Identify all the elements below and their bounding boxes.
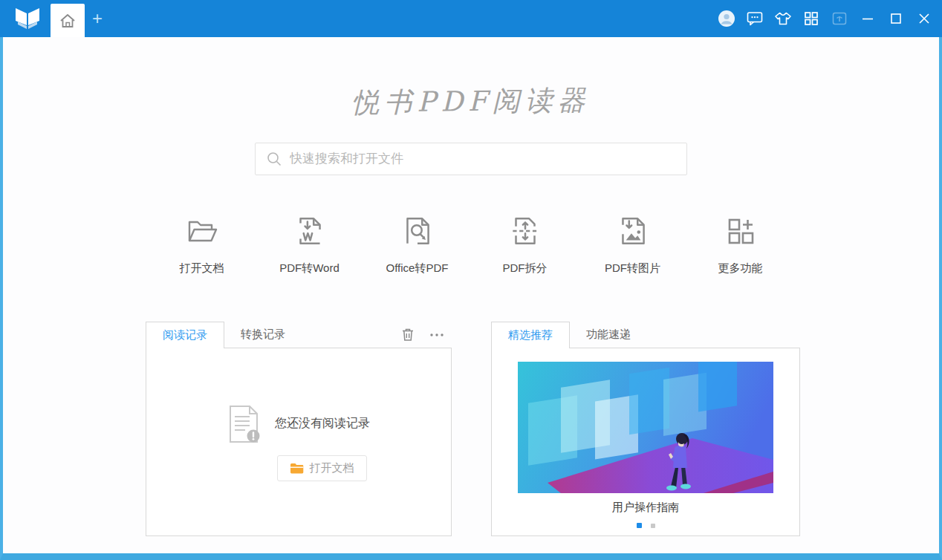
apps-grid-icon[interactable] [802, 10, 820, 27]
carousel-dot-active[interactable] [637, 523, 642, 528]
feature-pdf-to-word[interactable]: PDF转Word [274, 209, 345, 276]
feature-label: 更多功能 [718, 261, 763, 276]
empty-document-icon [227, 403, 262, 445]
titlebar-right-icons [718, 0, 933, 37]
banner-caption: 用户操作指南 [492, 501, 799, 515]
feature-office-to-pdf[interactable]: Office转PDF [382, 209, 453, 276]
app-window: + [0, 0, 942, 560]
more-features-icon [723, 213, 759, 249]
tab-conversion-records[interactable]: 转换记录 [224, 322, 302, 348]
pdf-split-icon [507, 212, 544, 250]
empty-records-text: 您还没有阅读记录 [275, 416, 370, 432]
close-button[interactable] [915, 10, 933, 27]
recommend-panel-header: 精选推荐 功能速递 [491, 322, 800, 348]
feature-pdf-to-image[interactable]: PDF转图片 [597, 209, 669, 276]
feature-label: PDF转图片 [605, 261, 660, 276]
skin-theme-icon[interactable] [774, 10, 792, 27]
tab-reading-records[interactable]: 阅读记录 [146, 322, 224, 348]
search-box[interactable] [255, 143, 687, 175]
tab-featured-recommendations[interactable]: 精选推荐 [491, 322, 570, 348]
app-logo-icon [15, 7, 40, 30]
feature-label: PDF转Word [279, 261, 340, 276]
titlebar: + [0, 0, 942, 37]
open-document-button[interactable]: 打开文档 [277, 455, 367, 481]
feature-more-functions[interactable]: 更多功能 [705, 209, 776, 276]
feature-label: PDF拆分 [503, 261, 548, 276]
office-to-pdf-icon [399, 212, 436, 250]
recommend-panel: 精选推荐 功能速递 [491, 322, 800, 536]
main-content: 悦书PDF阅读器 打开文档 [0, 37, 942, 560]
minimize-button[interactable] [859, 10, 877, 27]
folder-icon [290, 463, 304, 474]
feedback-message-icon[interactable] [746, 10, 764, 27]
more-ellipsis-icon[interactable] [429, 333, 444, 337]
boss-key-icon[interactable] [831, 10, 848, 27]
open-document-icon [183, 213, 221, 249]
feature-open-document[interactable]: 打开文档 [166, 209, 238, 276]
records-panel: 阅读记录 转换记录 [146, 322, 452, 536]
user-avatar[interactable] [718, 10, 735, 27]
feature-label: 打开文档 [180, 261, 224, 276]
feature-label: Office转PDF [386, 261, 449, 276]
records-panel-body: 您还没有阅读记录 打开文档 [146, 348, 452, 536]
home-icon [59, 13, 77, 29]
new-tab-button[interactable]: + [85, 0, 110, 37]
pdf-to-word-icon [291, 212, 328, 250]
tab-feature-express[interactable]: 功能速递 [570, 322, 647, 348]
records-panel-header: 阅读记录 转换记录 [146, 322, 452, 348]
trash-icon[interactable] [401, 328, 415, 342]
carousel-dot[interactable] [651, 524, 655, 528]
recommend-panel-body: 用户操作指南 [491, 348, 800, 536]
feature-pdf-split[interactable]: PDF拆分 [490, 209, 561, 276]
open-document-button-label: 打开文档 [310, 461, 354, 475]
carousel-dots [492, 523, 799, 528]
search-input[interactable] [290, 152, 676, 166]
recommendation-banner-image[interactable] [518, 362, 773, 493]
feature-shortcuts: 打开文档 PDF转Word Offic [3, 209, 939, 276]
brand-title: 悦书PDF阅读器 [3, 78, 939, 125]
pdf-to-image-icon [614, 212, 652, 250]
maximize-button[interactable] [887, 10, 905, 27]
search-icon [266, 151, 282, 167]
tab-home[interactable] [51, 4, 85, 37]
